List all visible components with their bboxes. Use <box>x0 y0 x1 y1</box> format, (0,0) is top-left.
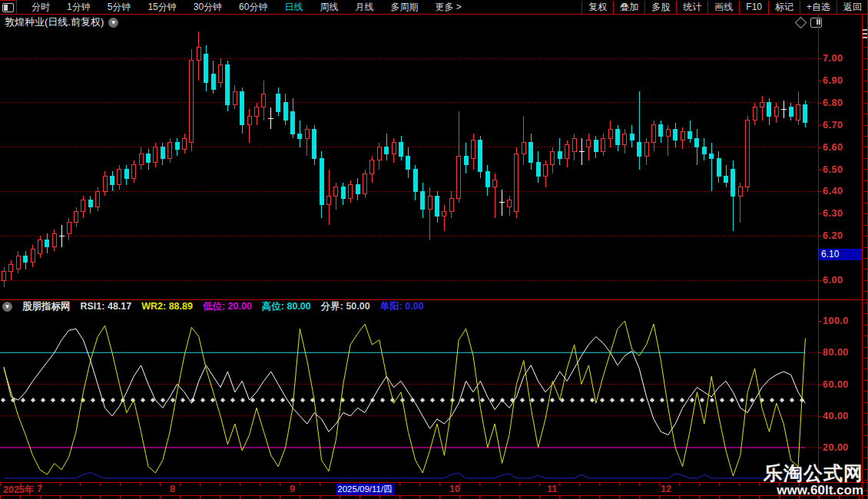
panel-separator <box>0 299 868 300</box>
period-item-15分钟[interactable]: 15分钟 <box>139 0 184 14</box>
price-label-6.70: 6.70 <box>823 120 843 131</box>
period-item-30分钟[interactable]: 30分钟 <box>185 0 230 14</box>
indicator-label-80.00: 80.00 <box>823 347 849 358</box>
date-axis-ticks <box>0 483 818 486</box>
indicator-label-60.00: 60.00 <box>823 379 849 390</box>
month-label-12: 12 <box>661 484 671 494</box>
price-label-6.00: 6.00 <box>823 275 843 286</box>
period-item-日线[interactable]: 日线 <box>276 0 311 14</box>
indicator-param-4: 高位: 80.00 <box>262 300 311 313</box>
price-highlight-badge: 6.10 <box>819 249 862 260</box>
stock-app-window: { "toolbar": { "left_items": [ {"label":… <box>0 0 868 499</box>
indicator-label-40.00: 40.00 <box>823 411 849 421</box>
panel-toggle-icon[interactable] <box>810 18 822 28</box>
title-chevron-down-icon[interactable]: ▼ <box>108 18 118 28</box>
month-label-8: 8 <box>170 484 175 494</box>
tools-menu: 复权叠加多股统计画线F10标记+自选返回 <box>581 0 868 14</box>
indicator-chart[interactable] <box>0 313 818 482</box>
year-label: 2025年 <box>3 484 34 497</box>
period-item-60分钟[interactable]: 60分钟 <box>230 0 276 14</box>
watermark-site-name: 乐淘公式网 <box>764 463 863 483</box>
tool-item-统计[interactable]: 统计 <box>676 1 707 14</box>
split-view-icon <box>2 3 14 12</box>
watermark-url: www.60lt.com <box>764 483 863 497</box>
price-label-6.90: 6.90 <box>823 75 843 86</box>
period-item-多周期[interactable]: 多周期 <box>382 0 426 14</box>
tool-item-画线[interactable]: 画线 <box>707 1 739 14</box>
price-label-6.30: 6.30 <box>823 208 843 219</box>
tool-item-+自选[interactable]: +自选 <box>800 1 837 14</box>
window-split-button[interactable] <box>0 0 17 14</box>
period-item-周线[interactable]: 周线 <box>311 0 346 14</box>
tool-item-F10[interactable]: F10 <box>739 1 768 14</box>
bottom-axis-ticks <box>0 496 868 499</box>
period-item-5分钟[interactable]: 5分钟 <box>99 0 140 14</box>
indicator-chevron-down-icon[interactable]: ▼ <box>2 302 12 312</box>
scale-strip-line <box>862 14 863 499</box>
indicator-param-6: 单阳: 0.00 <box>380 300 424 313</box>
indicator-param-2: WR2: 88.89 <box>141 301 193 312</box>
diamond-icon[interactable] <box>795 17 807 29</box>
month-label-7: 7 <box>37 484 42 494</box>
tool-item-返回[interactable]: 返回 <box>837 1 868 14</box>
indicator-param-3: 低位: 20.00 <box>203 300 252 313</box>
indicator-param-1: RSI1: 48.17 <box>81 301 132 312</box>
period-menu: 分时1分钟5分钟15分钟30分钟60分钟日线周线月线多周期更多 > <box>17 0 470 14</box>
price-label-6.20: 6.20 <box>823 230 843 241</box>
tool-item-叠加[interactable]: 叠加 <box>613 1 644 14</box>
tool-item-多股[interactable]: 多股 <box>644 1 676 14</box>
price-label-6.50: 6.50 <box>823 164 843 175</box>
tool-item-标记[interactable]: 标记 <box>768 1 800 14</box>
indicator-param-5: 分界: 50.00 <box>321 300 370 313</box>
page-title: 敦煌种业(日线.前复权) <box>5 15 104 29</box>
period-item-月线[interactable]: 月线 <box>346 0 382 14</box>
month-label-9: 9 <box>290 484 295 494</box>
price-label-6.40: 6.40 <box>823 186 843 197</box>
tool-item-复权[interactable]: 复权 <box>581 1 613 14</box>
chart-titlebar: 敦煌种业(日线.前复权) ▼ <box>5 15 118 29</box>
month-label-10: 10 <box>449 484 460 494</box>
candlestick-chart[interactable] <box>0 31 818 299</box>
indicator-label-100.0: 100.0 <box>823 316 849 326</box>
indicator-param-0: 股朋指标网 <box>22 300 71 313</box>
date-highlight-badge: 2025/09/11/四 <box>336 484 394 495</box>
month-label-11: 11 <box>547 484 557 494</box>
price-label-7.00: 7.00 <box>823 53 843 64</box>
period-item-1分钟[interactable]: 1分钟 <box>58 0 99 14</box>
watermark: 乐淘公式网 www.60lt.com <box>764 463 863 497</box>
indicator-label-20.00: 20.00 <box>823 442 849 453</box>
price-label-6.80: 6.80 <box>823 97 843 108</box>
period-item-更多 >[interactable]: 更多 > <box>426 0 469 14</box>
price-label-6.60: 6.60 <box>823 142 843 153</box>
period-item-分时[interactable]: 分时 <box>23 0 58 14</box>
period-toolbar: 分时1分钟5分钟15分钟30分钟60分钟日线周线月线多周期更多 > 复权叠加多股… <box>0 0 868 15</box>
indicator-header: ▼ 股朋指标网RSI1: 48.17WR2: 88.89低位: 20.00高位:… <box>2 300 424 312</box>
